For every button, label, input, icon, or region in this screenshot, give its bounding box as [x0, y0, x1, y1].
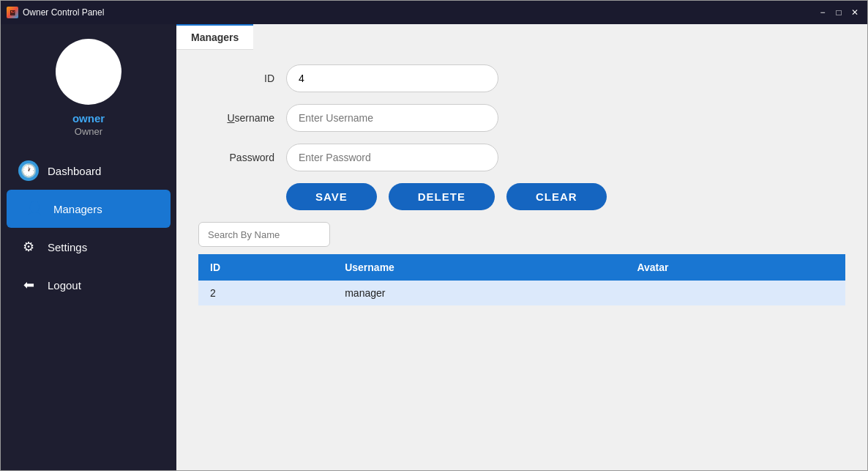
- password-row: Password: [198, 144, 845, 171]
- username-label: Username: [198, 112, 286, 124]
- managers-table: ID Username Avatar 2 manager: [198, 254, 845, 305]
- sidebar-item-logout-label: Logout: [48, 279, 81, 292]
- close-button[interactable]: ✕: [848, 6, 861, 19]
- sidebar-item-managers[interactable]: 👤 Managers: [7, 190, 171, 228]
- sidebar-item-managers-label: Managers: [53, 203, 102, 215]
- sidebar-item-settings-label: Settings: [48, 241, 87, 253]
- clear-button[interactable]: CLEAR: [506, 183, 607, 210]
- delete-button[interactable]: DELETE: [389, 183, 495, 210]
- cell-username: manager: [333, 281, 625, 305]
- app-icon: 🖥: [7, 7, 18, 18]
- app-window: 🖥 Owner Control Panel − □ ✕ owner Owner …: [0, 0, 868, 471]
- avatar: [56, 39, 121, 105]
- password-field[interactable]: [286, 144, 498, 171]
- password-label: Password: [198, 152, 286, 163]
- id-field[interactable]: [286, 64, 498, 92]
- id-label: ID: [198, 73, 286, 84]
- col-avatar: Avatar: [625, 254, 845, 281]
- col-username: Username: [333, 254, 625, 281]
- sidebar-item-logout[interactable]: ⬅ Logout: [1, 266, 176, 304]
- save-button[interactable]: SAVE: [286, 183, 377, 210]
- table-row[interactable]: 2 manager: [198, 281, 845, 305]
- cell-avatar: [625, 281, 845, 305]
- settings-icon: ⚙: [18, 237, 39, 257]
- cell-id: 2: [198, 281, 333, 305]
- sidebar-nav: 🕐 Dashboard 👤 Managers ⚙ Settings ⬅ Logo…: [1, 152, 176, 304]
- minimize-button[interactable]: −: [816, 6, 829, 19]
- main-content: Managers ID Username Passwo: [176, 24, 867, 470]
- sidebar: owner Owner 🕐 Dashboard 👤 Managers ⚙ Set…: [1, 24, 176, 470]
- content-area: ID Username Password SAVE: [176, 50, 867, 470]
- table-header-row: ID Username Avatar: [198, 254, 845, 281]
- buttons-row: SAVE DELETE CLEAR: [286, 183, 845, 210]
- sidebar-username: owner: [72, 112, 105, 125]
- title-bar: 🖥 Owner Control Panel − □ ✕: [1, 1, 867, 24]
- search-row: [198, 222, 845, 247]
- dashboard-icon: 🕐: [18, 160, 39, 181]
- username-field[interactable]: [286, 104, 498, 132]
- sidebar-role: Owner: [75, 126, 102, 137]
- maximize-button[interactable]: □: [832, 6, 845, 19]
- logout-icon: ⬅: [18, 275, 39, 295]
- form-section: ID Username Password SAVE: [198, 64, 845, 254]
- title-bar-controls: − □ ✕: [816, 6, 861, 19]
- id-row: ID: [198, 64, 845, 92]
- title-bar-left: 🖥 Owner Control Panel: [7, 7, 104, 18]
- managers-icon: 👤: [24, 199, 45, 219]
- username-row: Username: [198, 104, 845, 132]
- sidebar-item-settings[interactable]: ⚙ Settings: [1, 228, 176, 266]
- title-bar-text: Owner Control Panel: [23, 7, 104, 18]
- search-input[interactable]: [198, 222, 330, 247]
- page-tab: Managers: [176, 24, 867, 50]
- col-id: ID: [198, 254, 333, 281]
- sidebar-item-dashboard-label: Dashboard: [48, 165, 101, 177]
- table-section: ID Username Avatar 2 manager: [198, 254, 845, 456]
- app-body: owner Owner 🕐 Dashboard 👤 Managers ⚙ Set…: [1, 24, 867, 470]
- sidebar-item-dashboard[interactable]: 🕐 Dashboard: [1, 152, 176, 190]
